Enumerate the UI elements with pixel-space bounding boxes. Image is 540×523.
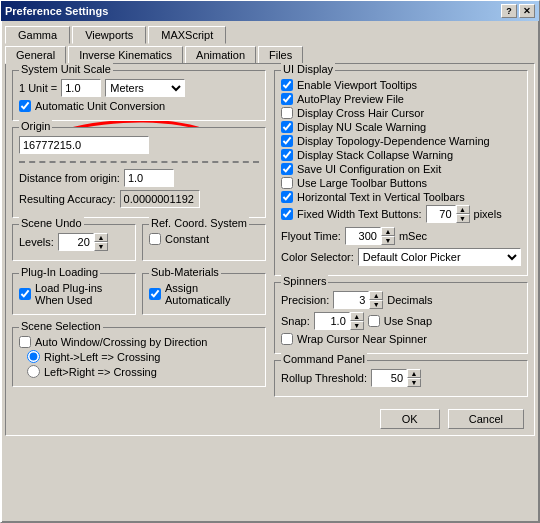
window-title: Preference Settings	[5, 5, 108, 17]
display-topology-cb[interactable]	[281, 135, 293, 147]
enable-viewport-tooltips-label: Enable Viewport Tooltips	[297, 79, 417, 91]
large-toolbar-label: Use Large Toolbar Buttons	[297, 177, 427, 189]
origin-slider[interactable]	[19, 157, 259, 167]
fixed-width-row: Fixed Width Text Buttons: ▲ ▼ pixels	[281, 205, 521, 223]
horizontal-text-label: Horizontal Text in Vertical Toolbars	[297, 191, 465, 203]
origin-value-input[interactable]	[19, 136, 149, 154]
rollup-up[interactable]: ▲	[407, 369, 421, 378]
ref-coord-section: Ref. Coord. System Constant	[142, 224, 266, 261]
rollup-spinner: ▲ ▼	[371, 369, 421, 387]
fixed-width-input[interactable]	[426, 205, 456, 223]
display-crosshair-label: Display Cross Hair Cursor	[297, 107, 424, 119]
left-right-radio[interactable]	[27, 365, 40, 378]
display-crosshair-cb[interactable]	[281, 107, 293, 119]
assign-checkbox[interactable]	[149, 288, 161, 300]
bottom-buttons: OK Cancel	[12, 409, 528, 429]
load-plugins-checkbox[interactable]	[19, 288, 31, 300]
accuracy-label: Resulting Accuracy:	[19, 193, 116, 205]
tab-general[interactable]: General	[5, 46, 66, 64]
display-topology-row: Display Topology-Dependence Warning	[281, 135, 521, 147]
constant-checkbox[interactable]	[149, 233, 161, 245]
tab-inverse-kinematics[interactable]: Inverse Kinematics	[68, 46, 183, 64]
levels-up[interactable]: ▲	[94, 233, 108, 242]
horizontal-text-cb[interactable]	[281, 191, 293, 203]
flyout-row: Flyout Time: ▲ ▼ mSec	[281, 227, 521, 245]
large-toolbar-cb[interactable]	[281, 177, 293, 189]
fixed-width-up[interactable]: ▲	[456, 205, 470, 214]
unit-value-input[interactable]	[61, 79, 101, 97]
auto-window-checkbox[interactable]	[19, 336, 31, 348]
load-plugins-row: Load Plug-insWhen Used	[19, 282, 129, 306]
display-stack-cb[interactable]	[281, 149, 293, 161]
ok-button[interactable]: OK	[380, 409, 440, 429]
unit-type-select[interactable]: Meters Inches Feet Millimeters Centimete…	[105, 79, 185, 97]
right-left-radio[interactable]	[27, 350, 40, 363]
levels-spinner: ▲ ▼	[58, 233, 108, 251]
enable-viewport-tooltips-cb[interactable]	[281, 79, 293, 91]
display-stack-label: Display Stack Collapse Warning	[297, 149, 453, 161]
auto-convert-checkbox[interactable]	[19, 100, 31, 112]
large-toolbar-row: Use Large Toolbar Buttons	[281, 177, 521, 189]
unit-row: 1 Unit = Meters Inches Feet Millimeters …	[19, 79, 259, 97]
snap-down[interactable]: ▼	[350, 321, 364, 330]
origin-section: Origin Distance from origin:	[12, 127, 266, 218]
load-plugins-label: Load Plug-insWhen Used	[35, 282, 102, 306]
precision-row: Precision: ▲ ▼ Decimals	[281, 291, 521, 309]
distance-label: Distance from origin:	[19, 172, 120, 184]
save-ui-row: Save UI Configuration on Exit	[281, 163, 521, 175]
constant-label: Constant	[165, 233, 209, 245]
flyout-up[interactable]: ▲	[381, 227, 395, 236]
use-snap-checkbox[interactable]	[368, 315, 380, 327]
precision-down[interactable]: ▼	[369, 300, 383, 309]
auto-convert-row: Automatic Unit Conversion	[19, 100, 259, 112]
distance-row: Distance from origin:	[19, 169, 259, 187]
origin-label: Origin	[19, 120, 52, 132]
scene-undo-label: Scene Undo	[19, 217, 84, 229]
save-ui-cb[interactable]	[281, 163, 293, 175]
rollup-down[interactable]: ▼	[407, 378, 421, 387]
fixed-width-down[interactable]: ▼	[456, 214, 470, 223]
ui-display-section: UI Display Enable Viewport Tooltips Auto…	[274, 70, 528, 276]
precision-up[interactable]: ▲	[369, 291, 383, 300]
display-topology-label: Display Topology-Dependence Warning	[297, 135, 490, 147]
tab-animation[interactable]: Animation	[185, 46, 256, 64]
preference-settings-window: Preference Settings ? ✕ Gamma Viewports …	[0, 0, 540, 523]
right-left-label: Right->Left => Crossing	[44, 351, 160, 363]
autoplay-preview-label: AutoPlay Preview File	[297, 93, 404, 105]
rollup-input[interactable]	[371, 369, 407, 387]
plugin-loading-section: Plug-In Loading Load Plug-insWhen Used	[12, 273, 136, 315]
color-selector-select[interactable]: Default Color Picker	[358, 248, 521, 266]
display-nu-scale-cb[interactable]	[281, 121, 293, 133]
close-button[interactable]: ✕	[519, 4, 535, 18]
display-stack-row: Display Stack Collapse Warning	[281, 149, 521, 161]
tab-maxscript[interactable]: MAXScript	[148, 26, 226, 44]
cancel-button[interactable]: Cancel	[448, 409, 524, 429]
fixed-width-cb[interactable]	[281, 208, 293, 220]
assign-label: AssignAutomatically	[165, 282, 230, 306]
title-bar: Preference Settings ? ✕	[1, 1, 539, 21]
flyout-input[interactable]	[345, 227, 381, 245]
help-button[interactable]: ?	[501, 4, 517, 18]
tab-gamma[interactable]: Gamma	[5, 26, 70, 44]
levels-input[interactable]	[58, 233, 94, 251]
color-selector-label: Color Selector:	[281, 251, 354, 263]
distance-input[interactable]	[124, 169, 174, 187]
snap-input[interactable]	[314, 312, 350, 330]
command-panel-section: Command Panel Rollup Threshold: ▲ ▼	[274, 360, 528, 397]
precision-input[interactable]	[333, 291, 369, 309]
tab-viewports[interactable]: Viewports	[72, 26, 146, 44]
wrap-cursor-checkbox[interactable]	[281, 333, 293, 345]
sub-materials-label: Sub-Materials	[149, 266, 221, 278]
flyout-spinner: ▲ ▼	[345, 227, 395, 245]
system-unit-scale-label: System Unit Scale	[19, 63, 113, 75]
levels-down[interactable]: ▼	[94, 242, 108, 251]
unit-prefix-label: 1 Unit =	[19, 82, 57, 94]
snap-row: Snap: ▲ ▼ Use Snap	[281, 312, 521, 330]
snap-up[interactable]: ▲	[350, 312, 364, 321]
tab-files[interactable]: Files	[258, 46, 303, 64]
autoplay-preview-cb[interactable]	[281, 93, 293, 105]
flyout-down[interactable]: ▼	[381, 236, 395, 245]
precision-suffix: Decimals	[387, 294, 432, 306]
assign-row: AssignAutomatically	[149, 282, 259, 306]
accuracy-input[interactable]	[120, 190, 200, 208]
